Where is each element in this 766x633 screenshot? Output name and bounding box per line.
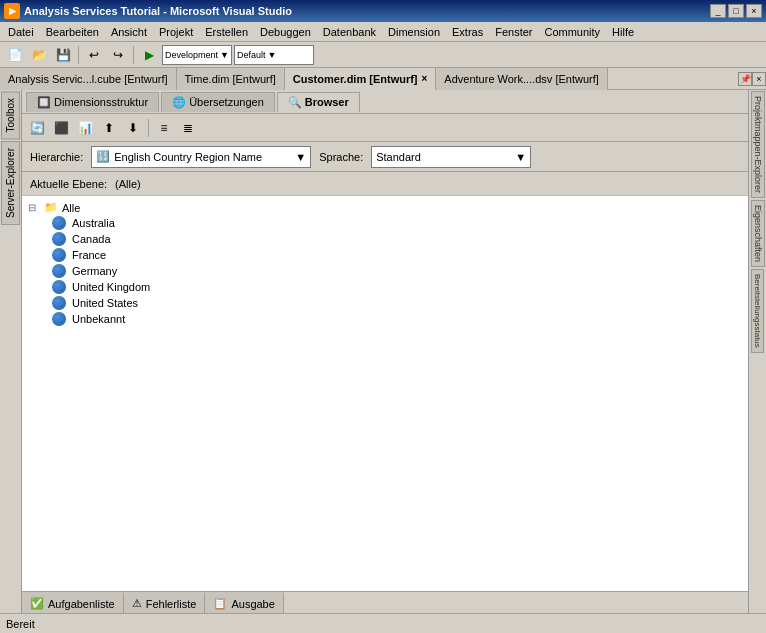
- status-bar: Bereit: [0, 613, 766, 633]
- toolbar-run[interactable]: ▶: [138, 44, 160, 66]
- document-tabs: Analysis Servic...l.cube [Entwurf] Time.…: [0, 68, 766, 90]
- env-arrow: ▼: [220, 50, 229, 60]
- toolbar2-btn6[interactable]: ≡: [153, 117, 175, 139]
- tree-item-australia[interactable]: Australia: [50, 215, 744, 231]
- sprache-value: Standard: [376, 151, 421, 163]
- tree-label-germany: Germany: [72, 265, 117, 277]
- menu-datenbank[interactable]: Datenbank: [317, 24, 382, 40]
- ausgabe-tab[interactable]: 📋 Ausgabe: [205, 592, 283, 614]
- globe-icon-germany: [52, 264, 66, 278]
- doc-tab-cube[interactable]: Analysis Servic...l.cube [Entwurf]: [0, 68, 177, 90]
- tab-browser-label: Browser: [305, 96, 349, 108]
- toolbar-undo[interactable]: ↩: [83, 44, 105, 66]
- toolbox-tab[interactable]: Toolbox: [1, 91, 20, 139]
- pin-button[interactable]: 📌: [738, 72, 752, 86]
- menu-dimension[interactable]: Dimension: [382, 24, 446, 40]
- title-text: Analysis Services Tutorial - Microsoft V…: [24, 5, 292, 17]
- aufgabenliste-icon: ✅: [30, 597, 44, 610]
- left-sidebar: Toolbox Server-Explorer: [0, 90, 22, 613]
- platform-arrow: ▼: [267, 50, 276, 60]
- menu-erstellen[interactable]: Erstellen: [199, 24, 254, 40]
- tab-browser[interactable]: 🔍 Browser: [277, 92, 360, 112]
- fehlerliste-label: Fehlerliste: [146, 598, 197, 610]
- doc-tab-time-label: Time.dim [Entwurf]: [185, 73, 276, 85]
- menu-bearbeiten[interactable]: Bearbeiten: [40, 24, 105, 40]
- projektmappen-tab[interactable]: Projektmappen-Explorer: [751, 91, 765, 198]
- ausgabe-label: Ausgabe: [231, 598, 274, 610]
- close-doc-button[interactable]: ×: [752, 72, 766, 86]
- tree-item-france[interactable]: France: [50, 247, 744, 263]
- menu-fenster[interactable]: Fenster: [489, 24, 538, 40]
- menu-datei[interactable]: Datei: [2, 24, 40, 40]
- tab-ubersetzungen[interactable]: 🌐 Übersetzungen: [161, 92, 275, 112]
- close-button[interactable]: ×: [746, 4, 762, 18]
- tree-item-uk[interactable]: United Kingdom: [50, 279, 744, 295]
- tab-dimensionsstruktur[interactable]: 🔲 Dimensionsstruktur: [26, 92, 159, 112]
- separator-3: [148, 119, 149, 137]
- tree-item-canada[interactable]: Canada: [50, 231, 744, 247]
- tree-label-us: United States: [72, 297, 138, 309]
- toolbar-new[interactable]: 📄: [4, 44, 26, 66]
- menu-hilfe[interactable]: Hilfe: [606, 24, 640, 40]
- sprache-label: Sprache:: [319, 151, 363, 163]
- refresh-button[interactable]: 🔄: [26, 117, 48, 139]
- menu-ansicht[interactable]: Ansicht: [105, 24, 153, 40]
- tab-dimensionsstruktur-label: Dimensionsstruktur: [54, 96, 148, 108]
- toolbar-save[interactable]: 💾: [52, 44, 74, 66]
- hierarchy-select[interactable]: 🔢 English Country Region Name ▼: [91, 146, 311, 168]
- tree-item-unbekannt[interactable]: Unbekannt: [50, 311, 744, 327]
- minimize-button[interactable]: _: [710, 4, 726, 18]
- globe-icon-canada: [52, 232, 66, 246]
- menu-community[interactable]: Community: [538, 24, 606, 40]
- tree-root-item[interactable]: ⊟ 📁 Alle: [26, 200, 744, 215]
- tree-label-france: France: [72, 249, 106, 261]
- doc-tab-customer-close[interactable]: ×: [422, 73, 428, 84]
- title-bar: ▶ Analysis Services Tutorial - Microsoft…: [0, 0, 766, 22]
- platform-dropdown[interactable]: Default ▼: [234, 45, 314, 65]
- menu-projekt[interactable]: Projekt: [153, 24, 199, 40]
- toolbar2-btn4[interactable]: ⬆: [98, 117, 120, 139]
- level-value: (Alle): [115, 178, 141, 190]
- menu-debuggen[interactable]: Debuggen: [254, 24, 317, 40]
- platform-label: Default: [237, 50, 266, 60]
- level-prefix: Aktuelle Ebene:: [30, 178, 107, 190]
- doc-tab-time[interactable]: Time.dim [Entwurf]: [177, 68, 285, 90]
- aufgabenliste-tab[interactable]: ✅ Aufgabenliste: [22, 592, 124, 614]
- inner-tabs: 🔲 Dimensionsstruktur 🌐 Übersetzungen 🔍 B…: [22, 90, 748, 114]
- tree-label-uk: United Kingdom: [72, 281, 150, 293]
- doc-tabs-end: 📌 ×: [738, 72, 766, 86]
- toolbar2-btn7[interactable]: ≣: [177, 117, 199, 139]
- maximize-button[interactable]: □: [728, 4, 744, 18]
- tree-item-germany[interactable]: Germany: [50, 263, 744, 279]
- menu-extras[interactable]: Extras: [446, 24, 489, 40]
- status-text: Bereit: [6, 618, 35, 630]
- tree-item-us[interactable]: United States: [50, 295, 744, 311]
- toolbar2-btn2[interactable]: ⬛: [50, 117, 72, 139]
- app-icon: ▶: [4, 3, 20, 19]
- doc-tab-adventure[interactable]: Adventure Work....dsv [Entwurf]: [436, 68, 607, 90]
- fehlerliste-tab[interactable]: ⚠ Fehlerliste: [124, 592, 206, 614]
- window-controls[interactable]: _ □ ×: [710, 4, 762, 18]
- main-toolbar: 📄 📂 💾 ↩ ↪ ▶ Development ▼ Default ▼: [0, 42, 766, 68]
- bereitstellung-tab[interactable]: Bereitstellungsstatus: [751, 269, 764, 353]
- toolbar2-btn3[interactable]: 📊: [74, 117, 96, 139]
- browser-toolbar: 🔄 ⬛ 📊 ⬆ ⬇ ≡ ≣: [22, 114, 748, 142]
- doc-tab-cube-label: Analysis Servic...l.cube [Entwurf]: [8, 73, 168, 85]
- doc-tab-customer-label: Customer.dim [Entwurf]: [293, 73, 418, 85]
- doc-tab-customer[interactable]: Customer.dim [Entwurf] ×: [285, 68, 437, 90]
- toolbar2-btn5[interactable]: ⬇: [122, 117, 144, 139]
- globe-icon-us: [52, 296, 66, 310]
- bottom-panel: ✅ Aufgabenliste ⚠ Fehlerliste 📋 Ausgabe: [22, 591, 748, 613]
- sprache-select[interactable]: Standard ▼: [371, 146, 531, 168]
- right-sidebar: Projektmappen-Explorer Eigenschaften Ber…: [748, 90, 766, 613]
- hierarchy-dropdown-arrow: ▼: [295, 151, 306, 163]
- server-explorer-tab[interactable]: Server-Explorer: [1, 141, 20, 225]
- hierarchy-value: English Country Region Name: [114, 151, 262, 163]
- globe-icon-australia: [52, 216, 66, 230]
- eigenschaften-tab[interactable]: Eigenschaften: [751, 200, 765, 267]
- toolbar-open[interactable]: 📂: [28, 44, 50, 66]
- env-dropdown[interactable]: Development ▼: [162, 45, 232, 65]
- aufgabenliste-label: Aufgabenliste: [48, 598, 115, 610]
- toolbar-redo[interactable]: ↪: [107, 44, 129, 66]
- tree-label-unbekannt: Unbekannt: [72, 313, 125, 325]
